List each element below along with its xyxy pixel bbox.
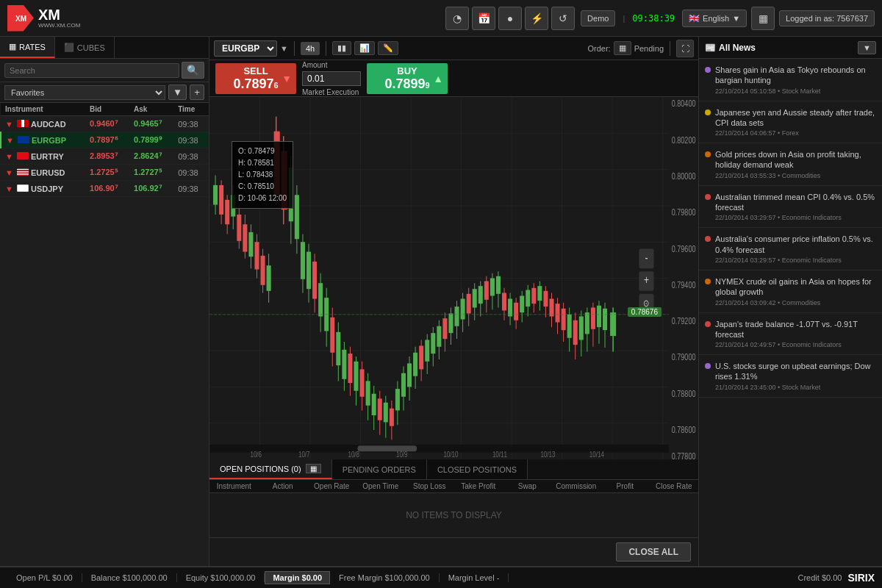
tab-rates[interactable]: ▦ RATES — [0, 37, 55, 58]
col-instrument: Instrument — [1, 103, 85, 116]
chart-dropdown-icon: ▼ — [280, 44, 288, 53]
svg-text:10/11: 10/11 — [492, 450, 507, 459]
svg-rect-111 — [448, 313, 453, 333]
svg-rect-157 — [585, 312, 589, 334]
amount-section: Amount Market Execution — [302, 61, 361, 96]
expand-btn[interactable]: ⛶ — [676, 40, 694, 57]
news-item[interactable]: Japan's trade balance -1.07T vs. -0.91T … — [699, 313, 882, 356]
news-item[interactable]: Gold prices down in Asia on profit takin… — [699, 143, 882, 186]
favorites-add-btn[interactable]: + — [190, 85, 204, 100]
flag-icon — [17, 120, 29, 127]
svg-rect-61 — [301, 242, 305, 279]
news-dropdown-btn[interactable]: ▼ — [858, 41, 876, 54]
svg-rect-55 — [282, 151, 287, 209]
news-content: U.S. stocks surge on upbeat earnings; Do… — [715, 361, 876, 391]
news-item[interactable]: Australian trimmed mean CPI 0.4% vs. 0.5… — [699, 186, 882, 229]
clock-icon-btn[interactable]: ● — [498, 7, 522, 30]
svg-text:0.78600: 0.78600 — [672, 425, 696, 435]
chart-type-bar-btn[interactable]: 📊 — [354, 41, 375, 55]
favorites-dropdown[interactable]: Favorites — [4, 85, 165, 100]
svg-rect-125 — [490, 279, 495, 296]
time-value: 09:38 — [173, 116, 209, 132]
pos-col-action: Action — [259, 482, 308, 490]
logged-in-label: Logged in as: 7567637 — [779, 10, 875, 26]
tab-pending-orders[interactable]: PENDING ORDERS — [332, 459, 427, 479]
footer-free-margin: Free Margin $100,000.00 — [330, 573, 440, 582]
news-item[interactable]: Japanese yen and Aussie steady after tra… — [699, 101, 882, 144]
footer-balance: Balance $100,000.00 — [82, 573, 177, 582]
news-content: Japan's trade balance -1.07T vs. -0.91T … — [715, 319, 876, 349]
buy-button[interactable]: BUY 0.78999 ▲ — [367, 63, 448, 94]
time-value: 09:38 — [173, 181, 209, 197]
svg-text:0.79800: 0.79800 — [672, 207, 696, 218]
execution-label: Market Execution — [302, 88, 361, 96]
news-dot — [705, 110, 711, 115]
pos-col-profit: Profit — [600, 482, 650, 490]
close-all-button[interactable]: CLOSE ALL — [616, 542, 691, 562]
calendar-icon-btn[interactable]: 📅 — [472, 7, 495, 30]
news-item[interactable]: Shares gain in Asia as Tokyo rebounds on… — [699, 59, 882, 101]
chart-toolbar: EURGBP ▼ 4h ▮▮ 📊 ✏️ Order: ▦ Pending ⛶ — [209, 37, 698, 60]
news-meta: 22/10/2014 05:10:58 • Stock Market — [715, 87, 876, 95]
time-badge: 09:38:39 — [628, 10, 679, 26]
sell-label: SELL — [243, 65, 268, 76]
instrument-name: ▼ EURGBP — [1, 132, 85, 148]
svg-rect-37 — [225, 200, 229, 224]
svg-text:0.78800: 0.78800 — [672, 388, 696, 398]
tab-cubes[interactable]: ⬛ CUBES — [55, 37, 115, 58]
pair-selector[interactable]: EURGBP — [214, 40, 277, 57]
svg-rect-159 — [591, 307, 595, 329]
table-row[interactable]: ▼ EURGBP 0.7897⁶ 0.7899⁹ 09:38 — [1, 132, 209, 148]
sell-button[interactable]: SELL 0.78976 ▼ — [215, 63, 296, 94]
table-row[interactable]: ▼ EURUSD 1.2725⁵ 1.2727⁵ 09:38 — [1, 165, 209, 181]
svg-rect-151 — [567, 315, 572, 338]
lightning-icon-btn[interactable]: ⚡ — [525, 7, 548, 30]
timeframe-4h-btn[interactable]: 4h — [301, 42, 320, 55]
svg-rect-135 — [520, 295, 524, 312]
instrument-name: ▼ EURUSD — [1, 165, 85, 181]
logo: XM XM WWW.XM.COM — [7, 5, 80, 32]
table-row[interactable]: ▼ EURTRY 2.8953⁷ 2.8624⁷ 09:38 — [1, 148, 209, 165]
order-grid-btn[interactable]: ▦ — [614, 41, 631, 55]
favorites-options-btn[interactable]: ▼ — [168, 85, 187, 100]
tab-closed-positions[interactable]: CLOSED POSITIONS — [427, 459, 528, 479]
news-item[interactable]: U.S. stocks surge on upbeat earnings; Do… — [699, 355, 882, 398]
table-row[interactable]: ▼ AUDCAD 0.9460⁷ 0.9465⁷ 09:38 — [1, 116, 209, 132]
table-row[interactable]: ▼ USDJPY 106.90⁷ 106.92⁷ 09:38 — [1, 181, 209, 197]
sep3 — [670, 41, 670, 56]
grid-icon-btn[interactable]: ▦ — [751, 7, 775, 30]
search-input[interactable] — [4, 63, 179, 78]
arrow-icon: ▼ — [5, 120, 13, 129]
svg-rect-95 — [401, 373, 406, 397]
lang-label: English — [703, 14, 729, 23]
svg-rect-71 — [330, 318, 334, 353]
pos-col-open-time: Open Time — [356, 482, 406, 490]
right-panel: 📰 All News ▼ Shares gain in Asia as Toky… — [698, 37, 882, 566]
chart-type-candle-btn[interactable]: ▮▮ — [332, 41, 351, 55]
amount-input[interactable] — [302, 71, 361, 86]
ask-value: 0.7899⁹ — [129, 132, 173, 148]
close-all-row: CLOSE ALL — [209, 537, 698, 566]
footer-margin-level: Margin Level - — [440, 573, 509, 582]
pending-label: Pending — [634, 44, 664, 53]
time-value: 09:38 — [173, 148, 209, 165]
svg-text:-: - — [645, 251, 648, 264]
search-button[interactable]: 🔍 — [182, 62, 204, 79]
footer-credit: Credit $0.00 — [792, 573, 847, 582]
svg-rect-101 — [419, 345, 423, 369]
news-headline: Japan's trade balance -1.07T vs. -0.91T … — [715, 319, 876, 340]
language-selector[interactable]: 🇬🇧 English ▼ — [682, 10, 747, 27]
svg-rect-57 — [289, 168, 293, 221]
sell-arrow-icon: ▼ — [282, 73, 292, 85]
news-item[interactable]: NYMEX crude oil gains in Asia on hopes f… — [699, 270, 882, 313]
share-icon-btn[interactable]: ↺ — [551, 7, 575, 30]
bid-value: 1.2725⁵ — [85, 165, 129, 181]
logo-icon: XM — [7, 5, 34, 32]
svg-rect-133 — [514, 303, 518, 320]
tab-open-positions[interactable]: OPEN POSITIONS (0) ▦ — [209, 459, 332, 479]
activity-icon-btn[interactable]: ◔ — [445, 7, 469, 30]
news-item[interactable]: Australia's consumer price inflation 0.5… — [699, 228, 882, 270]
chart-draw-btn[interactable]: ✏️ — [378, 41, 398, 55]
flag-icon — [18, 136, 29, 143]
bid-value: 106.90⁷ — [85, 181, 129, 197]
